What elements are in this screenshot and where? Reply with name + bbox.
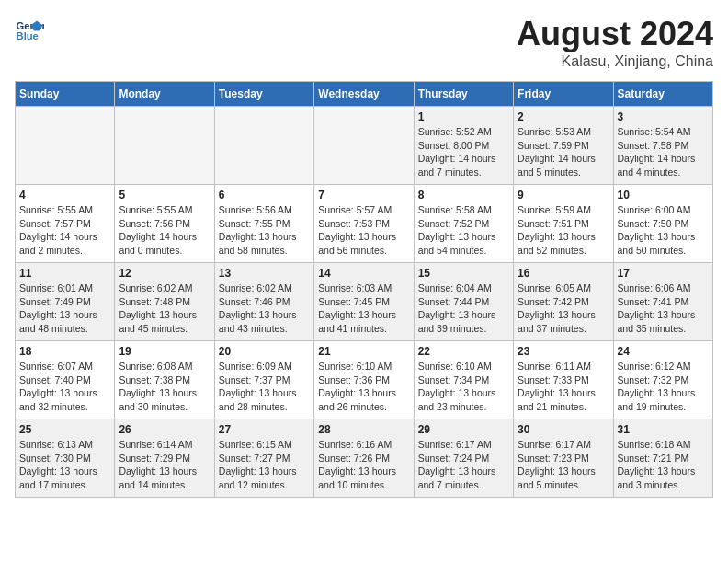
calendar-cell: 10Sunrise: 6:00 AMSunset: 7:50 PMDayligh…: [613, 185, 712, 263]
calendar-cell: 12Sunrise: 6:02 AMSunset: 7:48 PMDayligh…: [115, 263, 214, 341]
subtitle: Kalasu, Xinjiang, China: [517, 53, 713, 70]
day-info: Sunrise: 6:16 AMSunset: 7:26 PMDaylight:…: [318, 438, 409, 492]
day-number: 12: [119, 267, 210, 280]
day-number: 8: [418, 189, 509, 201]
day-number: 31: [618, 423, 709, 436]
calendar-cell: 3Sunrise: 5:54 AMSunset: 7:58 PMDaylight…: [613, 107, 712, 185]
calendar-cell: 30Sunrise: 6:17 AMSunset: 7:23 PMDayligh…: [514, 419, 613, 498]
day-number: 2: [518, 110, 609, 123]
calendar-cell: 24Sunrise: 6:12 AMSunset: 7:32 PMDayligh…: [613, 341, 712, 419]
day-info: Sunrise: 5:56 AMSunset: 7:55 PMDaylight:…: [219, 203, 310, 258]
day-info: Sunrise: 6:07 AMSunset: 7:40 PMDaylight:…: [19, 360, 110, 414]
calendar-cell: 31Sunrise: 6:18 AMSunset: 7:21 PMDayligh…: [613, 419, 712, 498]
calendar-cell: 29Sunrise: 6:17 AMSunset: 7:24 PMDayligh…: [414, 419, 513, 498]
day-info: Sunrise: 6:04 AMSunset: 7:44 PMDaylight:…: [418, 282, 509, 336]
day-info: Sunrise: 5:59 AMSunset: 7:51 PMDaylight:…: [518, 203, 609, 258]
calendar-cell: 22Sunrise: 6:10 AMSunset: 7:34 PMDayligh…: [414, 341, 513, 419]
day-number: 11: [19, 267, 110, 280]
day-number: 15: [418, 267, 509, 280]
day-info: Sunrise: 6:02 AMSunset: 7:46 PMDaylight:…: [219, 282, 310, 336]
day-info: Sunrise: 6:14 AMSunset: 7:29 PMDaylight:…: [119, 438, 210, 492]
calendar-cell: 18Sunrise: 6:07 AMSunset: 7:40 PMDayligh…: [16, 341, 115, 419]
calendar-cell: [314, 107, 414, 185]
calendar-cell: 13Sunrise: 6:02 AMSunset: 7:46 PMDayligh…: [214, 263, 313, 341]
day-info: Sunrise: 6:18 AMSunset: 7:21 PMDaylight:…: [618, 438, 709, 492]
calendar-cell: [115, 107, 214, 185]
day-info: Sunrise: 5:54 AMSunset: 7:58 PMDaylight:…: [618, 125, 709, 179]
calendar-cell: [16, 107, 115, 185]
day-number: 29: [418, 423, 509, 436]
day-info: Sunrise: 6:00 AMSunset: 7:50 PMDaylight:…: [618, 203, 709, 258]
day-info: Sunrise: 5:55 AMSunset: 7:57 PMDaylight:…: [19, 203, 110, 258]
day-info: Sunrise: 6:02 AMSunset: 7:48 PMDaylight:…: [119, 282, 210, 336]
day-info: Sunrise: 6:13 AMSunset: 7:30 PMDaylight:…: [19, 438, 110, 492]
calendar-cell: 20Sunrise: 6:09 AMSunset: 7:37 PMDayligh…: [214, 341, 313, 419]
calendar-cell: 4Sunrise: 5:55 AMSunset: 7:57 PMDaylight…: [16, 185, 115, 263]
calendar-cell: 16Sunrise: 6:05 AMSunset: 7:42 PMDayligh…: [514, 263, 613, 341]
day-info: Sunrise: 5:58 AMSunset: 7:52 PMDaylight:…: [418, 203, 509, 258]
calendar-cell: 14Sunrise: 6:03 AMSunset: 7:45 PMDayligh…: [314, 263, 414, 341]
calendar-cell: 5Sunrise: 5:55 AMSunset: 7:56 PMDaylight…: [115, 185, 214, 263]
page-header: General Blue August 2024 Kalasu, Xinjian…: [15, 15, 713, 70]
day-number: 30: [518, 423, 609, 436]
main-title: August 2024: [517, 15, 713, 53]
calendar-cell: 27Sunrise: 6:15 AMSunset: 7:27 PMDayligh…: [214, 419, 313, 498]
day-info: Sunrise: 5:57 AMSunset: 7:53 PMDaylight:…: [318, 203, 409, 258]
weekday-header-friday: Friday: [514, 82, 613, 107]
weekday-header-thursday: Thursday: [414, 82, 513, 107]
weekday-header-monday: Monday: [115, 82, 214, 107]
day-info: Sunrise: 6:03 AMSunset: 7:45 PMDaylight:…: [318, 282, 409, 336]
day-info: Sunrise: 6:10 AMSunset: 7:34 PMDaylight:…: [418, 360, 509, 414]
day-number: 17: [618, 267, 709, 280]
day-number: 26: [119, 423, 210, 436]
weekday-header-tuesday: Tuesday: [214, 82, 313, 107]
day-info: Sunrise: 6:15 AMSunset: 7:27 PMDaylight:…: [219, 438, 310, 492]
day-number: 4: [19, 189, 110, 201]
day-info: Sunrise: 6:01 AMSunset: 7:49 PMDaylight:…: [19, 282, 110, 336]
day-number: 24: [618, 345, 709, 358]
day-number: 19: [119, 345, 210, 358]
weekday-header-sunday: Sunday: [16, 82, 115, 107]
calendar-cell: 9Sunrise: 5:59 AMSunset: 7:51 PMDaylight…: [514, 185, 613, 263]
calendar-cell: 25Sunrise: 6:13 AMSunset: 7:30 PMDayligh…: [16, 419, 115, 498]
day-number: 9: [518, 189, 609, 201]
calendar-cell: 7Sunrise: 5:57 AMSunset: 7:53 PMDaylight…: [314, 185, 414, 263]
calendar-cell: 8Sunrise: 5:58 AMSunset: 7:52 PMDaylight…: [414, 185, 513, 263]
calendar-cell: 23Sunrise: 6:11 AMSunset: 7:33 PMDayligh…: [514, 341, 613, 419]
day-info: Sunrise: 6:05 AMSunset: 7:42 PMDaylight:…: [518, 282, 609, 336]
calendar-cell: 21Sunrise: 6:10 AMSunset: 7:36 PMDayligh…: [314, 341, 414, 419]
day-number: 22: [418, 345, 509, 358]
day-number: 16: [518, 267, 609, 280]
day-info: Sunrise: 5:52 AMSunset: 8:00 PMDaylight:…: [418, 125, 509, 179]
day-number: 14: [318, 267, 409, 280]
day-number: 25: [19, 423, 110, 436]
logo: General Blue: [15, 15, 44, 44]
day-info: Sunrise: 6:06 AMSunset: 7:41 PMDaylight:…: [618, 282, 709, 336]
day-number: 7: [318, 189, 409, 201]
day-number: 10: [618, 189, 709, 201]
day-info: Sunrise: 6:17 AMSunset: 7:23 PMDaylight:…: [518, 438, 609, 492]
day-info: Sunrise: 5:53 AMSunset: 7:59 PMDaylight:…: [518, 125, 609, 179]
weekday-header-saturday: Saturday: [613, 82, 712, 107]
title-area: August 2024 Kalasu, Xinjiang, China: [517, 15, 713, 70]
day-number: 3: [618, 110, 709, 123]
day-number: 28: [318, 423, 409, 436]
day-number: 23: [518, 345, 609, 358]
calendar-cell: [214, 107, 313, 185]
calendar-cell: 6Sunrise: 5:56 AMSunset: 7:55 PMDaylight…: [214, 185, 313, 263]
day-info: Sunrise: 6:10 AMSunset: 7:36 PMDaylight:…: [318, 360, 409, 414]
calendar-cell: 11Sunrise: 6:01 AMSunset: 7:49 PMDayligh…: [16, 263, 115, 341]
calendar-cell: 17Sunrise: 6:06 AMSunset: 7:41 PMDayligh…: [613, 263, 712, 341]
day-number: 13: [219, 267, 310, 280]
calendar-cell: 26Sunrise: 6:14 AMSunset: 7:29 PMDayligh…: [115, 419, 214, 498]
calendar-cell: 28Sunrise: 6:16 AMSunset: 7:26 PMDayligh…: [314, 419, 414, 498]
day-info: Sunrise: 6:12 AMSunset: 7:32 PMDaylight:…: [618, 360, 709, 414]
day-info: Sunrise: 6:11 AMSunset: 7:33 PMDaylight:…: [518, 360, 609, 414]
day-number: 20: [219, 345, 310, 358]
svg-text:Blue: Blue: [17, 30, 39, 41]
calendar-table: SundayMondayTuesdayWednesdayThursdayFrid…: [15, 81, 713, 498]
day-number: 6: [219, 189, 310, 201]
day-number: 5: [119, 189, 210, 201]
day-number: 1: [418, 110, 509, 123]
day-number: 18: [19, 345, 110, 358]
